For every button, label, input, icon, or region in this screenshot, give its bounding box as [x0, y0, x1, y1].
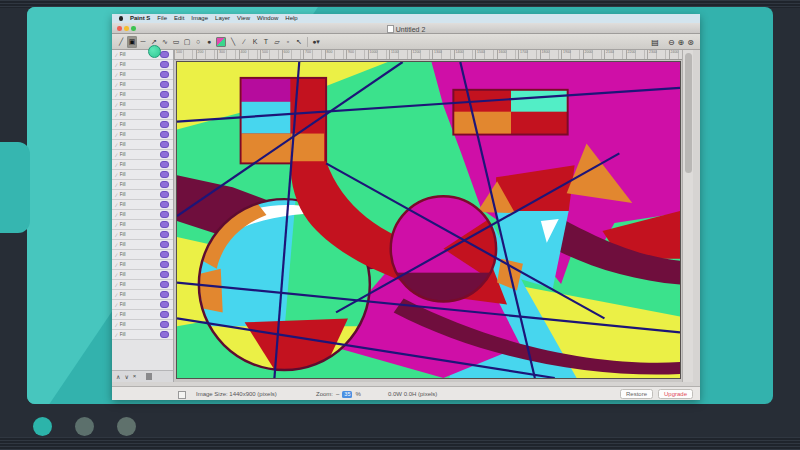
layer-row[interactable]: ∕Fill [112, 170, 173, 180]
export-image-button[interactable]: ▤ [651, 38, 659, 47]
eraser-tool[interactable]: ▱ [272, 36, 282, 48]
layer-visibility-eye-icon[interactable] [160, 201, 169, 208]
painting-canvas[interactable] [177, 62, 680, 378]
layer-row[interactable]: ∕Fill [112, 220, 173, 230]
curve-tool[interactable]: ∿ [160, 36, 170, 48]
layer-row[interactable]: ∕Fill [112, 330, 173, 340]
zoom-out-button[interactable]: ⊖ [668, 38, 675, 47]
zoom-in-button[interactable]: ⊕ [678, 38, 685, 47]
layer-row[interactable]: ∕Fill [112, 70, 173, 80]
layer-row[interactable]: ∕Fill [112, 60, 173, 70]
knife-tool[interactable]: K [250, 36, 260, 48]
power-dot[interactable] [33, 417, 52, 436]
layer-visibility-eye-icon[interactable] [160, 271, 169, 278]
layer-row[interactable]: ∕Fill [112, 180, 173, 190]
window-titlebar[interactable]: Untitled 2 [112, 23, 700, 34]
gradient-swatch-tool[interactable] [215, 36, 227, 48]
text-tool[interactable]: T [261, 36, 271, 48]
layer-row[interactable]: ∕Fill [112, 110, 173, 120]
layer-row[interactable]: ∕Fill [112, 210, 173, 220]
menu-item-view[interactable]: View [237, 14, 250, 23]
layer-row[interactable]: ∕Fill [112, 80, 173, 90]
layer-row[interactable]: ∕Fill [112, 120, 173, 130]
layer-row[interactable]: ∕Fill [112, 300, 173, 310]
layer-row[interactable]: ∕Fill [112, 140, 173, 150]
zoom-fit-button[interactable]: ⊛ [687, 38, 694, 47]
layer-visibility-eye-icon[interactable] [160, 191, 169, 198]
layer-visibility-eye-icon[interactable] [160, 81, 169, 88]
menu-item-file[interactable]: File [157, 14, 167, 23]
current-color-well[interactable] [148, 45, 161, 58]
layer-visibility-eye-icon[interactable] [160, 241, 169, 248]
layer-row[interactable]: ∕Fill [112, 190, 173, 200]
region-select-tool[interactable]: ▫ [283, 36, 293, 48]
layer-visibility-eye-icon[interactable] [160, 71, 169, 78]
layer-visibility-eye-icon[interactable] [160, 221, 169, 228]
layer-row[interactable]: ∕Fill [112, 290, 173, 300]
statusbar-checkbox[interactable] [178, 391, 186, 399]
dot-2[interactable] [75, 417, 94, 436]
layer-row[interactable]: ∕Fill [112, 200, 173, 210]
layer-row[interactable]: ∕Fill [112, 150, 173, 160]
ellipse-tool[interactable]: ○ [193, 36, 203, 48]
layer-visibility-eye-icon[interactable] [160, 151, 169, 158]
layer-visibility-eye-icon[interactable] [160, 331, 169, 338]
layer-row[interactable]: ∕Fill [112, 130, 173, 140]
pencil-tool[interactable]: ╱ [116, 36, 126, 48]
vertical-scrollbar[interactable] [682, 50, 693, 382]
rounded-rect-tool[interactable]: ▢ [182, 36, 192, 48]
layer-visibility-eye-icon[interactable] [160, 171, 169, 178]
layer-visibility-eye-icon[interactable] [160, 321, 169, 328]
layer-visibility-eye-icon[interactable] [160, 261, 169, 268]
delete-layer-button[interactable]: × [133, 373, 137, 380]
layer-visibility-eye-icon[interactable] [160, 251, 169, 258]
brush-tool[interactable]: ╲ [228, 36, 238, 48]
menu-item-edit[interactable]: Edit [174, 14, 184, 23]
layer-row[interactable]: ∕Fill [112, 250, 173, 260]
select-tool[interactable]: ▣ [127, 36, 137, 48]
layer-row[interactable]: ∕Fill [112, 100, 173, 110]
layer-row[interactable]: ∕Fill [112, 160, 173, 170]
layer-visibility-eye-icon[interactable] [160, 231, 169, 238]
layer-visibility-eye-icon[interactable] [160, 91, 169, 98]
apple-menu-icon[interactable] [119, 16, 123, 21]
layer-visibility-eye-icon[interactable] [160, 121, 169, 128]
layer-visibility-eye-icon[interactable] [160, 291, 169, 298]
layer-visibility-eye-icon[interactable] [160, 311, 169, 318]
layer-row[interactable]: ∕Fill [112, 270, 173, 280]
layer-visibility-eye-icon[interactable] [160, 51, 169, 58]
restore-button[interactable]: Restore [620, 389, 653, 399]
upgrade-button[interactable]: Upgrade [658, 389, 693, 399]
layer-row[interactable]: ∕Fill [112, 90, 173, 100]
layer-visibility-eye-icon[interactable] [160, 211, 169, 218]
menu-item-window[interactable]: Window [257, 14, 278, 23]
layer-visibility-eye-icon[interactable] [160, 111, 169, 118]
layer-row[interactable]: ∕Fill [112, 280, 173, 290]
layer-visibility-eye-icon[interactable] [160, 141, 169, 148]
zoom-decrease-button[interactable]: – [336, 391, 339, 397]
menu-app-name[interactable]: Paint S [130, 14, 150, 23]
move-layer-up-button[interactable]: ∧ [116, 373, 120, 380]
move-layer-down-button[interactable]: ∨ [124, 373, 128, 380]
menu-item-help[interactable]: Help [285, 14, 297, 23]
layer-visibility-eye-icon[interactable] [160, 281, 169, 288]
menu-item-image[interactable]: Image [191, 14, 208, 23]
shape-style-dropdown[interactable]: ●▾ [311, 36, 321, 48]
canvas-viewport[interactable] [174, 60, 682, 382]
rectangle-tool[interactable]: ▭ [171, 36, 181, 48]
layer-visibility-eye-icon[interactable] [160, 131, 169, 138]
layer-row[interactable]: ∕Fill [112, 50, 173, 60]
picker-tool[interactable]: ↖ [294, 36, 304, 48]
layer-visibility-eye-icon[interactable] [160, 301, 169, 308]
layer-row[interactable]: ∕Fill [112, 240, 173, 250]
new-layer-icon[interactable] [146, 373, 152, 380]
layer-visibility-eye-icon[interactable] [160, 161, 169, 168]
layer-visibility-eye-icon[interactable] [160, 61, 169, 68]
pencil2-tool[interactable]: ∕ [239, 36, 249, 48]
filled-circle-tool[interactable]: ● [204, 36, 214, 48]
layer-visibility-eye-icon[interactable] [160, 101, 169, 108]
scrollbar-thumb[interactable] [685, 53, 692, 173]
layer-row[interactable]: ∕Fill [112, 320, 173, 330]
layer-row[interactable]: ∕Fill [112, 310, 173, 320]
menu-item-layer[interactable]: Layer [215, 14, 230, 23]
